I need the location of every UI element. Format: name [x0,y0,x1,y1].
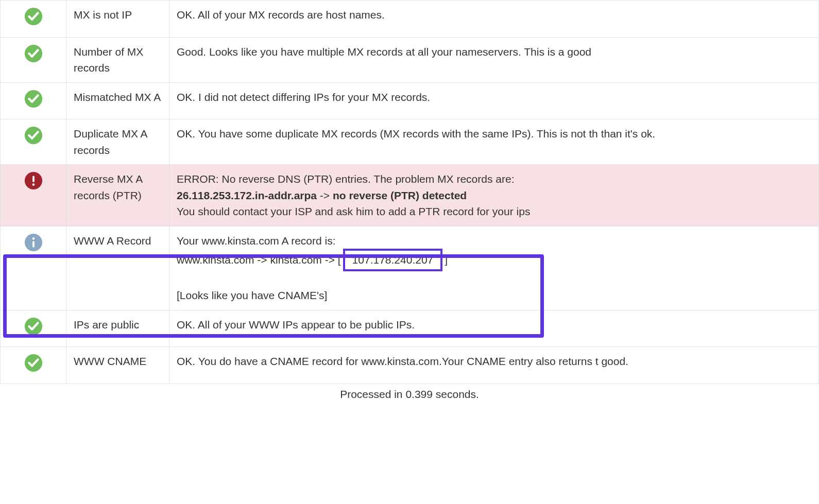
table-row-info: WWW A Record Your www.kinsta.com A recor… [1,226,819,310]
check-name: MX is not IP [66,1,169,38]
check-name: WWW CNAME [66,347,169,384]
check-name: Number of MX records [66,37,169,82]
processing-time: Processed in 0.399 seconds. [0,384,819,401]
svg-rect-9 [32,241,35,247]
ip-address-box: 107.178.240.207 [343,249,443,271]
check-icon [24,7,43,26]
check-desc: OK. You have some duplicate MX records (… [169,119,819,165]
check-icon [24,89,43,109]
check-desc: OK. I did not detect differing IPs for y… [169,82,819,119]
info-icon [24,233,43,252]
table-row: WWW CNAME OK. You do have a CNAME record… [1,347,819,384]
check-name: Mismatched MX A [66,82,169,119]
desc-text: www.kinsta.com -> kinsta.com -> [ [177,254,341,266]
check-desc: Your www.kinsta.com A record is: www.kin… [169,226,819,310]
desc-text: -> [317,189,333,201]
ptr-arpa: 26.118.253.172.in-addr.arpa [177,189,317,201]
desc-text: ERROR: No reverse DNS (PTR) entries. The… [177,173,514,185]
check-desc: Good. Looks like you have multiple MX re… [169,37,819,82]
table-row: Mismatched MX A OK. I did not detect dif… [1,82,819,119]
check-icon [24,126,43,145]
table-row: Number of MX records Good. Looks like yo… [1,37,819,82]
check-desc: ERROR: No reverse DNS (PTR) entries. The… [169,165,819,227]
desc-text: [Looks like you have CNAME's] [177,289,327,301]
check-name: Reverse MX A records (PTR) [66,165,169,227]
table-row: MX is not IP OK. All of your MX records … [1,1,819,38]
dns-report-table: MX is not IP OK. All of your MX records … [0,0,819,384]
check-icon [24,317,43,336]
check-desc: OK. All of your MX records are host name… [169,1,819,38]
table-row: IPs are public OK. All of your WWW IPs a… [1,310,819,347]
svg-rect-5 [32,176,35,182]
error-icon [24,171,43,190]
desc-text: You should contact your ISP and ask him … [177,205,530,217]
svg-point-8 [32,237,35,240]
check-icon [24,353,43,373]
desc-text: Your www.kinsta.com A record is: [177,235,336,247]
check-desc: OK. You do have a CNAME record for www.k… [169,347,819,384]
ptr-status: no reverse (PTR) detected [333,189,467,201]
desc-text: ] [445,254,448,266]
check-icon [24,44,43,63]
table-row: Duplicate MX A records OK. You have some… [1,119,819,165]
check-desc: OK. All of your WWW IPs appear to be pub… [169,310,819,347]
check-name: Duplicate MX A records [66,119,169,165]
table-row-error: Reverse MX A records (PTR) ERROR: No rev… [1,165,819,227]
check-name: IPs are public [66,310,169,347]
svg-point-6 [32,183,35,186]
check-name: WWW A Record [66,226,169,310]
